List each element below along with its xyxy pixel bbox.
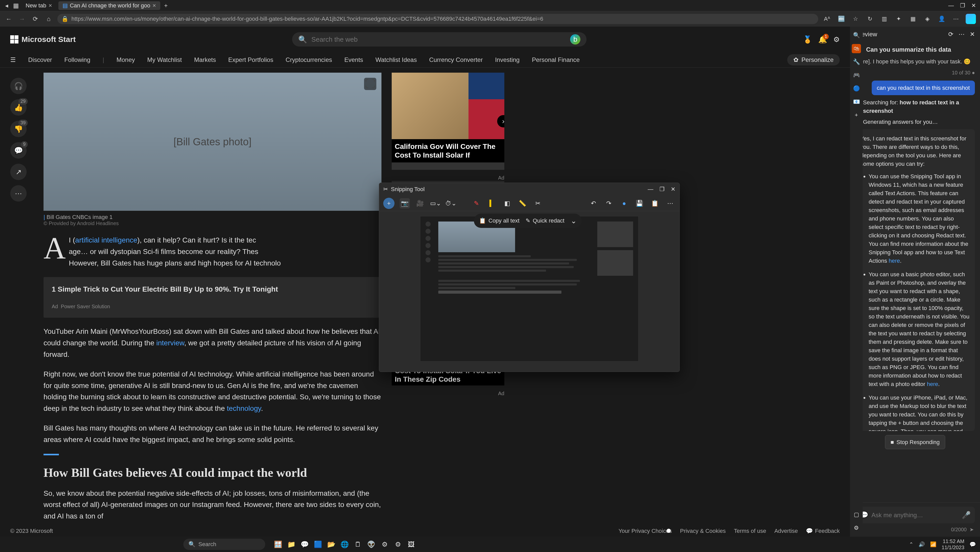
favorite-button[interactable]: ☆ <box>851 14 860 24</box>
undo-button[interactable]: ↶ <box>588 198 598 208</box>
privacy-cookies-link[interactable]: Privacy & Cookies <box>680 528 726 535</box>
link-here-2[interactable]: here <box>927 381 938 387</box>
copy-button[interactable]: 📋 <box>650 198 660 208</box>
msn-logo[interactable]: Microsoft Start <box>10 35 76 44</box>
delay-button[interactable]: ⏱⌄ <box>446 198 456 208</box>
url-input[interactable]: 🔒 https://www.msn.com/en-us/money/other/… <box>57 14 818 24</box>
close-button[interactable]: ✕ <box>671 186 675 193</box>
minimize-button[interactable]: — <box>648 186 653 193</box>
notifications-button[interactable]: 🔔 1 <box>818 35 827 44</box>
copy-all-text-button[interactable]: 📋 Copy all text <box>479 217 519 224</box>
highlighter-button[interactable]: ▍ <box>487 198 497 208</box>
minimize-button[interactable]: — <box>948 2 954 9</box>
strip-gear[interactable]: ⚙ <box>852 523 861 533</box>
refresh2-button[interactable]: ↻ <box>865 14 875 24</box>
pen-button[interactable]: ✎ <box>471 198 482 208</box>
redo-button[interactable]: ↷ <box>604 198 614 208</box>
tab-newtab[interactable]: New tab ✕ <box>22 1 56 10</box>
dislike-button[interactable]: 👎 39 <box>10 121 27 137</box>
nav-investing[interactable]: Investing <box>495 56 520 63</box>
translate-button[interactable]: 🔤 <box>837 14 846 24</box>
tab-article[interactable]: ▤ Can AI chnage the world for goo ✕ <box>58 1 160 10</box>
nav-markets[interactable]: Markets <box>194 56 216 63</box>
new-snip-button[interactable]: + <box>383 198 395 209</box>
web-search-input[interactable] <box>311 36 566 43</box>
taskbar-search[interactable]: 🔍 Search <box>183 539 265 550</box>
web-search-box[interactable]: 🔍 b <box>292 32 587 46</box>
link-ai[interactable]: artificial intelligence <box>75 236 137 244</box>
close-button[interactable]: ✕ <box>971 2 976 9</box>
taskbar-app-4[interactable]: 📂 <box>326 539 337 550</box>
mic-button[interactable]: 🎤 <box>962 511 971 519</box>
link-here-1[interactable]: here <box>889 258 900 264</box>
nav-events[interactable]: Events <box>344 56 363 63</box>
more-button[interactable]: ⋯ <box>958 31 965 38</box>
expand-image-button[interactable]: ⛶ <box>364 78 376 90</box>
home-button[interactable]: ⌂ <box>44 14 53 24</box>
more-button[interactable]: ⋯ <box>665 198 675 208</box>
rewards-button[interactable]: 🏅 <box>803 35 812 44</box>
ruler-button[interactable]: 📏 <box>517 198 528 208</box>
stop-responding-button[interactable]: ■ Stop Responding <box>885 435 945 449</box>
strip-outlook[interactable]: 📧 <box>852 97 861 106</box>
nav-portfolios[interactable]: Expert Portfolios <box>228 56 274 63</box>
tab-grid[interactable]: ▦ <box>11 1 21 10</box>
terms-link[interactable]: Terms of use <box>734 528 766 535</box>
chevron-down-icon[interactable]: ⌄ <box>571 217 576 225</box>
nav-currency[interactable]: Currency Converter <box>429 56 482 63</box>
close-button[interactable]: ✕ <box>970 31 975 38</box>
notifications-button[interactable]: 💬 <box>969 541 976 547</box>
strip-collapse[interactable]: ▢ <box>852 510 861 519</box>
maximize-button[interactable]: ❐ <box>960 2 965 9</box>
capture-mode-button[interactable]: 📷 <box>399 198 410 208</box>
tab-prev[interactable]: ◂ <box>2 1 11 10</box>
taskbar-app-7[interactable]: 👽 <box>366 539 377 550</box>
back-button[interactable]: ← <box>4 14 13 24</box>
copilot-input[interactable]: 💬 🎤 <box>855 507 975 523</box>
reload-button[interactable]: ⟳ <box>31 14 40 24</box>
snip-titlebar[interactable]: ✂ Snipping Tool — ❐ ✕ <box>379 183 679 196</box>
send-button[interactable]: ➤ <box>969 527 974 532</box>
ad-card-1[interactable]: Ad California Gov Will Cover The Cost To… <box>392 73 504 170</box>
personalize-button[interactable]: ✿ Personalize <box>787 54 840 65</box>
nav-watchlist[interactable]: My Watchlist <box>147 56 182 63</box>
taskbar-app-2[interactable]: 💬 <box>299 539 310 550</box>
nav-personal[interactable]: Personal Finance <box>532 56 580 63</box>
taskbar-app-3[interactable]: 🟦 <box>312 539 324 550</box>
refresh-button[interactable]: ⟳ <box>948 31 953 38</box>
advertise-link[interactable]: Advertise <box>775 528 798 535</box>
taskbar-app-0[interactable]: 🪟 <box>272 539 284 550</box>
like-button[interactable]: 👍 29 <box>10 99 27 116</box>
collections-button[interactable]: ▦ <box>908 14 918 24</box>
privacy-choices-link[interactable]: Your Privacy Choices <box>619 528 672 535</box>
taskbar-app-10[interactable]: 🖼 <box>406 539 417 550</box>
link-interview[interactable]: interview <box>156 339 185 347</box>
split-button[interactable]: ▥ <box>880 14 889 24</box>
tray-sound[interactable]: 🔊 <box>918 541 925 547</box>
maximize-button[interactable]: ❐ <box>659 186 665 193</box>
inline-ad[interactable]: 1 Simple Trick to Cut Your Electric Bill… <box>43 277 382 318</box>
close-icon[interactable]: ✕ <box>152 3 156 8</box>
more-button[interactable]: ⋯ <box>951 14 961 24</box>
copilot-text-input[interactable] <box>872 512 959 519</box>
strip-tools[interactable]: 🔧 <box>852 57 861 67</box>
more-button[interactable]: ⋯ <box>10 185 27 201</box>
snip-canvas[interactable] <box>420 216 638 362</box>
settings-button[interactable]: ⚙ <box>833 35 840 44</box>
bing-search-button[interactable]: ● <box>619 198 629 208</box>
strip-plus[interactable]: + <box>852 111 861 120</box>
strip-shop[interactable]: 🛍 <box>852 44 861 53</box>
taskbar-app-5[interactable]: 🌐 <box>339 539 350 550</box>
wallet-button[interactable]: ◈ <box>923 14 932 24</box>
bing-icon[interactable]: b <box>570 34 581 44</box>
strip-games[interactable]: 🎮 <box>852 71 861 80</box>
share-button[interactable]: ↗ <box>10 164 27 180</box>
reader-button[interactable]: Aᴬ <box>822 14 832 24</box>
menu-button[interactable]: ☰ <box>10 56 16 63</box>
tray-expand[interactable]: ⌃ <box>909 541 913 547</box>
crop-button[interactable]: ✂ <box>533 198 543 208</box>
shape-button[interactable]: ▭⌄ <box>430 198 441 208</box>
nav-ideas[interactable]: Watchlist Ideas <box>375 56 417 63</box>
strip-app[interactable]: 🔵 <box>852 84 861 93</box>
new-tab-button[interactable]: + <box>161 1 170 10</box>
